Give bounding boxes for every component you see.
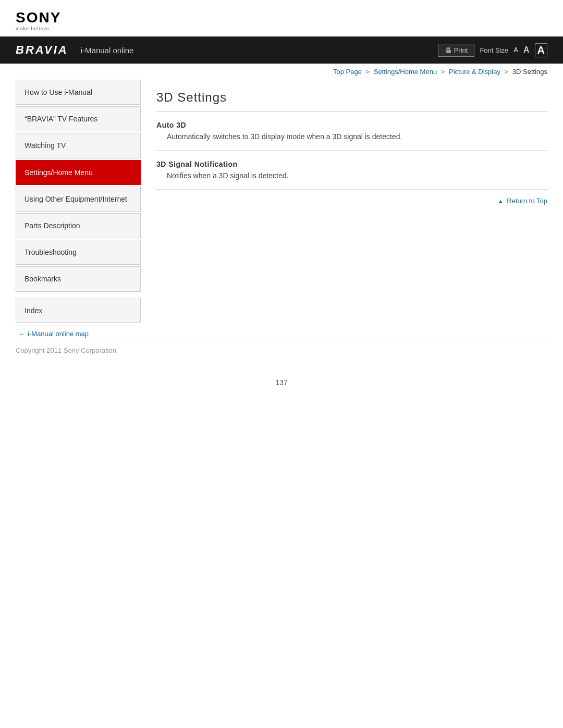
footer: Copyright 2011 Sony Corporation: [0, 338, 563, 363]
sidebar: How to Use i-Manual “BRAVIA” TV Features…: [16, 80, 141, 338]
sidebar-item-index[interactable]: Index: [16, 299, 141, 323]
sidebar-map-link[interactable]: i-Manual online map: [28, 330, 89, 338]
section-auto-3d: Auto 3D Automatically switches to 3D dis…: [156, 112, 547, 151]
bravia-logo: BRAVIA: [16, 43, 68, 57]
sidebar-item-troubleshooting[interactable]: Troubleshooting: [16, 240, 141, 265]
sidebar-item-parts-description[interactable]: Parts Description: [16, 213, 141, 238]
breadcrumb-sep-1: >: [366, 68, 372, 76]
return-to-top-link[interactable]: ▲ Return to Top: [498, 197, 547, 205]
breadcrumb: Top Page > Settings/Home Menu > Picture …: [0, 64, 563, 80]
breadcrumb-picture-display[interactable]: Picture & Display: [449, 68, 500, 76]
sony-brand: SONY: [16, 9, 61, 26]
3d-signal-title: 3D Signal Notification: [156, 160, 547, 168]
triangle-icon: ▲: [498, 198, 504, 204]
font-large-button[interactable]: A: [535, 43, 547, 57]
sidebar-item-bravia-features[interactable]: “BRAVIA” TV Features: [16, 106, 141, 131]
copyright-text: Copyright 2011 Sony Corporation: [16, 347, 116, 354]
page-number: 137: [0, 363, 563, 397]
print-label: Print: [454, 46, 468, 54]
return-to-top-label: Return to Top: [507, 197, 547, 205]
sidebar-map-link-container: → i-Manual online map: [16, 330, 141, 338]
sidebar-item-using-other[interactable]: Using Other Equipment/Internet: [16, 187, 141, 212]
nav-bar: BRAVIA i-Manual online 🖶 Print Font Size…: [0, 36, 563, 64]
sony-tagline: make.believe: [16, 26, 50, 31]
nav-title: i-Manual online: [81, 46, 134, 55]
font-medium-button[interactable]: A: [523, 45, 530, 55]
return-to-top[interactable]: ▲ Return to Top: [156, 190, 547, 212]
breadcrumb-top-page[interactable]: Top Page: [333, 68, 362, 76]
breadcrumb-sep-2: >: [441, 68, 447, 76]
top-bar: SONY make.believe: [0, 0, 563, 36]
sidebar-item-how-to-use[interactable]: How to Use i-Manual: [16, 80, 141, 105]
breadcrumb-current: 3D Settings: [512, 68, 547, 76]
font-small-button[interactable]: A: [513, 46, 518, 54]
sidebar-divider: [16, 293, 141, 299]
breadcrumb-sep-3: >: [505, 68, 510, 76]
sidebar-item-bookmarks[interactable]: Bookmarks: [16, 266, 141, 291]
print-button[interactable]: 🖶 Print: [438, 44, 475, 57]
sidebar-item-settings-home-menu[interactable]: Settings/Home Menu: [16, 160, 141, 185]
breadcrumb-settings-home[interactable]: Settings/Home Menu: [374, 68, 437, 76]
page-title: 3D Settings: [156, 80, 547, 112]
content-area: 3D Settings Auto 3D Automatically switch…: [156, 80, 547, 338]
print-icon: 🖶: [445, 46, 451, 54]
auto-3d-title: Auto 3D: [156, 121, 547, 129]
section-3d-signal-notification: 3D Signal Notification Notifies when a 3…: [156, 151, 547, 190]
nav-right: 🖶 Print Font Size A A A: [438, 43, 547, 57]
font-size-label: Font Size: [480, 46, 508, 54]
auto-3d-description: Automatically switches to 3D display mod…: [156, 132, 547, 141]
3d-signal-description: Notifies when a 3D signal is detected.: [156, 171, 547, 180]
main-layout: How to Use i-Manual “BRAVIA” TV Features…: [0, 80, 563, 338]
sony-logo: SONY make.believe: [16, 9, 61, 31]
sidebar-item-watching-tv[interactable]: Watching TV: [16, 133, 141, 158]
nav-left: BRAVIA i-Manual online: [16, 43, 133, 57]
arrow-right-icon: →: [18, 330, 25, 338]
